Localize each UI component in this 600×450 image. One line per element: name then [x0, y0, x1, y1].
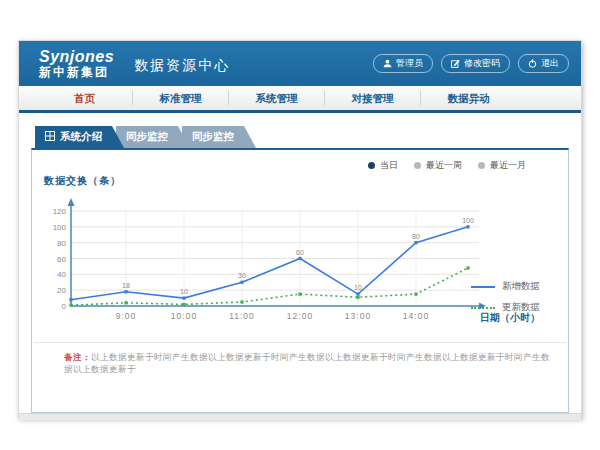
radio-option-1[interactable]: 最近一周 [414, 159, 462, 172]
time-range-filter: 当日最近一周最近一月 [368, 159, 526, 172]
radio-option-2[interactable]: 最近一月 [478, 159, 526, 172]
radio-dot [478, 162, 485, 169]
main-nav: 首页标准管理系统管理对接管理数据异动 [19, 86, 581, 113]
logout-button[interactable]: 退出 [518, 54, 569, 73]
logout-label: 退出 [541, 57, 559, 70]
nav-item-0[interactable]: 首页 [37, 91, 133, 105]
svg-text:120: 120 [53, 207, 67, 216]
svg-text:80: 80 [57, 239, 66, 248]
footnote: 备注：以上数据更新于时间产生数据以上数据更新于时间产生数据以上数据更新于时间产生… [64, 352, 558, 376]
footnote-text: 以上数据更新于时间产生数据以上数据更新于时间产生数据以上数据更新于时间产生数据以… [64, 352, 550, 374]
grid-icon [45, 131, 55, 143]
chart-legend: 新增数据更新数据 [471, 280, 540, 314]
logo: Synjones 新中新集团 [39, 49, 114, 78]
svg-text:100: 100 [462, 217, 474, 224]
svg-text:10:00: 10:00 [171, 311, 197, 321]
logo-wordmark: Synjones [39, 49, 114, 66]
svg-text:10: 10 [180, 288, 188, 295]
footnote-prefix: 备注： [64, 352, 91, 362]
radio-label: 当日 [380, 159, 398, 172]
app-window: Synjones 新中新集团 数据资源中心 管理员 修改密码 [18, 40, 582, 418]
svg-text:13:00: 13:00 [345, 311, 371, 321]
change-password-label: 修改密码 [464, 57, 500, 70]
nav-item-1[interactable]: 标准管理 [133, 91, 229, 105]
svg-text:60: 60 [57, 255, 66, 264]
svg-text:0: 0 [62, 302, 67, 311]
tab-0[interactable]: 系统介绍 [35, 126, 124, 148]
chart-area: 0204060801001209:0010:0011:0012:0013:001… [42, 192, 562, 344]
legend-item-0: 新增数据 [471, 280, 540, 293]
svg-text:20: 20 [57, 286, 66, 295]
legend-label: 更新数据 [502, 301, 540, 314]
legend-line-sample [471, 286, 495, 288]
nav-item-2[interactable]: 系统管理 [229, 91, 325, 105]
content-panel: 当日最近一周最近一月 数据交换（条） 0204060801001209:0010… [31, 148, 569, 413]
legend-label: 新增数据 [502, 280, 540, 293]
svg-text:12:00: 12:00 [287, 311, 313, 321]
tab-bar: 系统介绍同步监控同步监控 [35, 126, 581, 148]
user-button-label: 管理员 [396, 57, 423, 70]
tab-label: 系统介绍 [60, 130, 102, 144]
radio-dot [368, 162, 375, 169]
tab-label: 同步监控 [192, 130, 234, 144]
svg-text:11:00: 11:00 [229, 311, 255, 321]
tab-label: 同步监控 [126, 130, 168, 144]
change-password-button[interactable]: 修改密码 [441, 54, 510, 73]
header-actions: 管理员 修改密码 退出 [373, 54, 569, 73]
legend-item-1: 更新数据 [471, 301, 540, 314]
svg-text:30: 30 [238, 272, 246, 279]
svg-text:14:00: 14:00 [403, 311, 429, 321]
svg-text:18: 18 [122, 282, 130, 289]
user-icon [383, 59, 392, 68]
line-chart: 0204060801001209:0010:0011:0012:0013:001… [42, 192, 542, 344]
svg-text:60: 60 [296, 249, 304, 256]
radio-dot [414, 162, 421, 169]
radio-label: 最近一周 [426, 159, 462, 172]
svg-text:10: 10 [354, 284, 362, 291]
nav-item-3[interactable]: 对接管理 [325, 91, 421, 105]
page: Synjones 新中新集团 数据资源中心 管理员 修改密码 [0, 0, 600, 450]
tab-1[interactable]: 同步监控 [116, 126, 190, 148]
app-title: 数据资源中心 [134, 57, 230, 75]
svg-text:100: 100 [53, 223, 67, 232]
edit-icon [451, 59, 460, 68]
y-axis-title: 数据交换（条） [44, 174, 121, 188]
nav-item-4[interactable]: 数据异动 [421, 91, 516, 105]
svg-text:80: 80 [412, 233, 420, 240]
panel-divider [34, 342, 566, 343]
logo-company-name: 新中新集团 [39, 66, 114, 79]
radio-option-0[interactable]: 当日 [368, 159, 398, 172]
radio-label: 最近一月 [490, 159, 526, 172]
user-button[interactable]: 管理员 [373, 54, 433, 73]
tab-2[interactable]: 同步监控 [182, 126, 256, 148]
svg-text:9:00: 9:00 [116, 311, 137, 321]
app-header: Synjones 新中新集团 数据资源中心 管理员 修改密码 [19, 41, 581, 86]
window-footer-bar [19, 413, 581, 420]
legend-line-sample [471, 307, 495, 309]
power-icon [528, 59, 537, 68]
svg-text:40: 40 [57, 270, 66, 279]
